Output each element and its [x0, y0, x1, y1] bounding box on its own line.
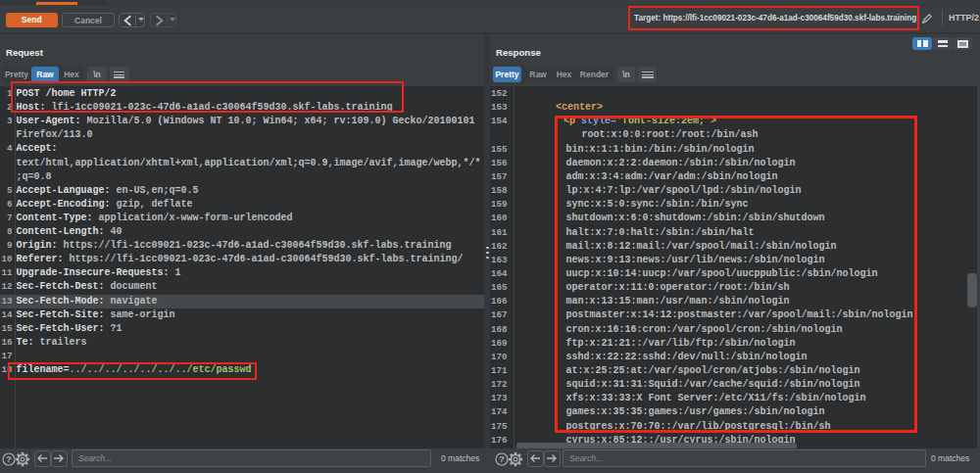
- svg-text:?: ?: [6, 453, 12, 464]
- svg-text:?: ?: [499, 453, 505, 464]
